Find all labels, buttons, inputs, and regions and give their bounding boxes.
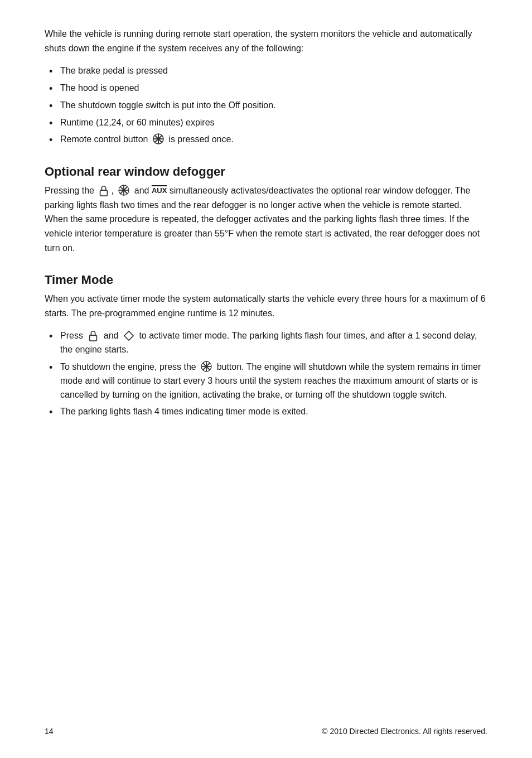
list-item: The shutdown toggle switch is put into t… [45, 99, 487, 113]
bullet2-text: To shutdown the engine, press the [60, 362, 196, 371]
list-item: To shutdown the engine, press the button… [45, 360, 487, 402]
bullet1-prefix: Press [60, 331, 83, 340]
svg-marker-12 [124, 331, 133, 340]
page-number: 14 [45, 727, 54, 736]
remote-button-icon [152, 133, 165, 145]
bullet3-text: The parking lights flash 4 times indicat… [60, 407, 308, 416]
list-item: The brake pedal is pressed [45, 64, 487, 78]
remote-snowflake-icon [118, 184, 130, 196]
section1-paragraph: Pressing the , and AUX simultaneously ac… [45, 184, 487, 255]
section1-body: simultaneously activates/deactivates the… [45, 186, 480, 252]
list-item: The parking lights flash 4 times indicat… [45, 405, 487, 419]
shutdown-conditions-list: The brake pedal is pressed The hood is o… [45, 64, 487, 147]
condition-5-text: Remote control button [60, 134, 148, 144]
svg-rect-5 [100, 190, 108, 196]
condition-3: The shutdown toggle switch is put into t… [60, 100, 276, 110]
intro-paragraph: While the vehicle is running during remo… [45, 27, 487, 55]
condition-2: The hood is opened [60, 83, 139, 93]
svg-rect-11 [90, 335, 97, 341]
aux-icon: AUX [152, 185, 167, 197]
list-item: Press and to activate timer mode. The pa… [45, 329, 487, 357]
diamond-icon-bullet1 [123, 330, 134, 342]
condition-1: The brake pedal is pressed [60, 66, 168, 75]
list-item: The hood is opened [45, 81, 487, 95]
bullet1-and: and [104, 331, 119, 340]
section1-heading: Optional rear window defogger [45, 165, 487, 179]
page-content: While the vehicle is running during remo… [45, 27, 487, 419]
condition-4: Runtime (12,24, or 60 minutes) expires [60, 118, 215, 127]
section2-heading: Timer Mode [45, 273, 487, 287]
timer-mode-list: Press and to activate timer mode. The pa… [45, 329, 487, 419]
section1-prefix: Pressing the [45, 186, 94, 195]
list-item: Runtime (12,24, or 60 minutes) expires [45, 116, 487, 130]
page-footer: 14 © 2010 Directed Electronics. All righ… [45, 727, 487, 736]
section2-paragraph: When you activate timer mode the system … [45, 292, 487, 320]
list-item: Remote control button is pressed once. [45, 133, 487, 147]
lock-icon [98, 185, 109, 197]
remote-snowflake-icon-bullet2 [200, 360, 212, 373]
condition-5-suffix: is pressed once. [168, 134, 234, 144]
lock-icon-bullet1 [88, 330, 99, 342]
copyright-text: © 2010 Directed Electronics. All rights … [322, 727, 487, 736]
